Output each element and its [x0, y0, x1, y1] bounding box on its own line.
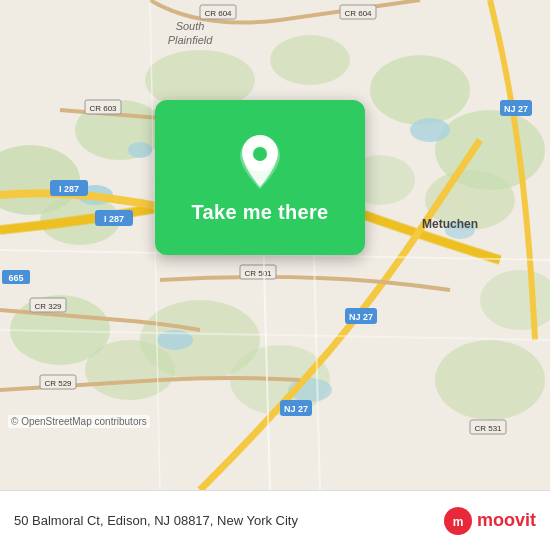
svg-point-14 — [435, 340, 545, 420]
svg-text:NJ 27: NJ 27 — [284, 404, 308, 414]
svg-text:South: South — [176, 20, 205, 32]
svg-text:NJ 27: NJ 27 — [504, 104, 528, 114]
moovit-text: moovit — [477, 510, 536, 531]
take-me-label: Take me there — [192, 201, 329, 224]
svg-text:CR 501: CR 501 — [244, 269, 272, 278]
svg-text:Plainfield: Plainfield — [168, 34, 214, 46]
moovit-icon: m — [443, 506, 473, 536]
location-pin-icon — [235, 131, 285, 191]
map-view: I 287 I 287 NJ 27 NJ 27 NJ 27 CR 604 CR … — [0, 0, 550, 490]
svg-text:CR 604: CR 604 — [344, 9, 372, 18]
svg-point-6 — [370, 55, 470, 125]
map-credit: © OpenStreetMap contributors — [8, 415, 150, 428]
moovit-logo: m moovit — [443, 506, 536, 536]
address-text: 50 Balmoral Ct, Edison, NJ 08817, New Yo… — [14, 513, 443, 528]
svg-text:I 287: I 287 — [104, 214, 124, 224]
svg-point-18 — [410, 118, 450, 142]
svg-text:CR 529: CR 529 — [44, 379, 72, 388]
svg-text:Metuchen: Metuchen — [422, 217, 478, 231]
svg-text:m: m — [453, 515, 464, 529]
svg-point-5 — [270, 35, 350, 85]
svg-text:CR 604: CR 604 — [204, 9, 232, 18]
svg-text:665: 665 — [8, 273, 23, 283]
svg-text:NJ 27: NJ 27 — [349, 312, 373, 322]
bottom-bar: 50 Balmoral Ct, Edison, NJ 08817, New Yo… — [0, 490, 550, 550]
svg-point-58 — [253, 147, 267, 161]
svg-text:CR 329: CR 329 — [34, 302, 62, 311]
svg-text:CR 531: CR 531 — [474, 424, 502, 433]
svg-text:CR 603: CR 603 — [89, 104, 117, 113]
svg-point-17 — [128, 142, 152, 158]
svg-text:I 287: I 287 — [59, 184, 79, 194]
take-me-button[interactable]: Take me there — [155, 100, 365, 255]
